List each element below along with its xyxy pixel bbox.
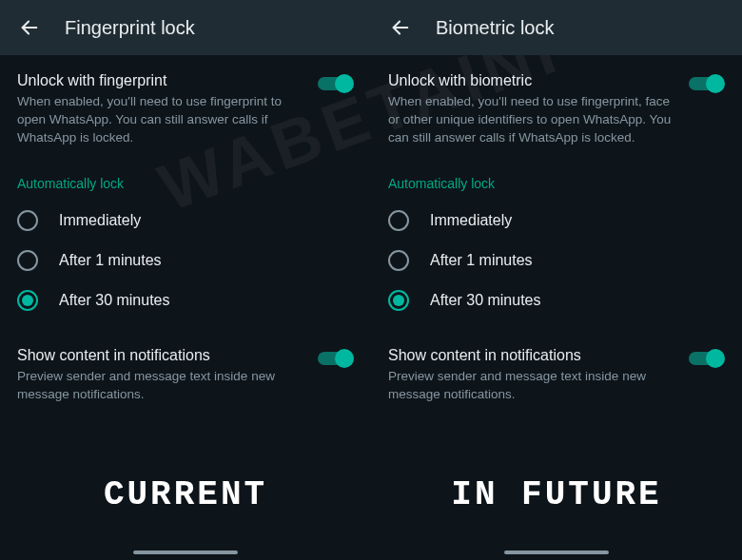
show-content-toggle[interactable] — [689, 349, 725, 368]
radio-icon — [388, 290, 409, 311]
auto-lock-header: Automatically lock — [0, 163, 371, 201]
show-content-desc: Preview sender and message text inside n… — [388, 368, 679, 404]
page-title: Biometric lock — [436, 17, 554, 39]
unlock-title: Unlock with fingerprint — [17, 72, 308, 89]
arrow-left-icon — [390, 17, 411, 38]
lock-option-30min[interactable]: After 30 minutes — [0, 280, 371, 320]
lock-option-immediately[interactable]: Immediately — [371, 201, 742, 241]
panel-current: Fingerprint lock Unlock with fingerprint… — [0, 0, 371, 560]
unlock-title: Unlock with biometric — [388, 72, 679, 89]
radio-icon — [17, 210, 38, 231]
radio-label: Immediately — [430, 212, 512, 229]
show-content-toggle[interactable] — [318, 349, 354, 368]
unlock-desc: When enabled, you'll need to use fingerp… — [17, 93, 308, 147]
lock-option-immediately[interactable]: Immediately — [0, 201, 371, 241]
appbar: Fingerprint lock — [0, 0, 371, 55]
unlock-toggle[interactable] — [689, 74, 725, 93]
show-content-desc: Preview sender and message text inside n… — [17, 368, 308, 404]
radio-label: Immediately — [59, 212, 141, 229]
appbar: Biometric lock — [371, 0, 742, 55]
radio-icon — [17, 290, 38, 311]
radio-icon — [17, 250, 38, 271]
unlock-desc: When enabled, you'll need to use fingerp… — [388, 93, 679, 147]
nav-handle[interactable] — [504, 550, 609, 554]
lock-option-30min[interactable]: After 30 minutes — [371, 280, 742, 320]
show-content-title: Show content in notifications — [17, 347, 308, 364]
radio-icon — [388, 250, 409, 271]
lock-option-1min[interactable]: After 1 minutes — [0, 241, 371, 280]
arrow-left-icon — [19, 17, 40, 38]
nav-handle[interactable] — [133, 550, 238, 554]
caption-current: CURRENT — [0, 475, 371, 514]
radio-icon — [388, 210, 409, 231]
unlock-toggle[interactable] — [318, 74, 354, 93]
back-button[interactable] — [384, 11, 417, 44]
unlock-setting[interactable]: Unlock with biometric When enabled, you'… — [371, 55, 742, 163]
lock-option-1min[interactable]: After 1 minutes — [371, 241, 742, 280]
auto-lock-header: Automatically lock — [371, 163, 742, 201]
radio-label: After 1 minutes — [430, 252, 533, 269]
radio-label: After 30 minutes — [430, 292, 541, 309]
show-content-title: Show content in notifications — [388, 347, 679, 364]
radio-label: After 30 minutes — [59, 292, 170, 309]
show-content-setting[interactable]: Show content in notifications Preview se… — [0, 330, 371, 419]
panel-future: Biometric lock Unlock with biometric Whe… — [371, 0, 742, 560]
caption-future: IN FUTURE — [371, 475, 742, 514]
page-title: Fingerprint lock — [65, 17, 195, 39]
back-button[interactable] — [13, 11, 46, 44]
radio-label: After 1 minutes — [59, 252, 162, 269]
unlock-setting[interactable]: Unlock with fingerprint When enabled, yo… — [0, 55, 371, 163]
show-content-setting[interactable]: Show content in notifications Preview se… — [371, 330, 742, 419]
